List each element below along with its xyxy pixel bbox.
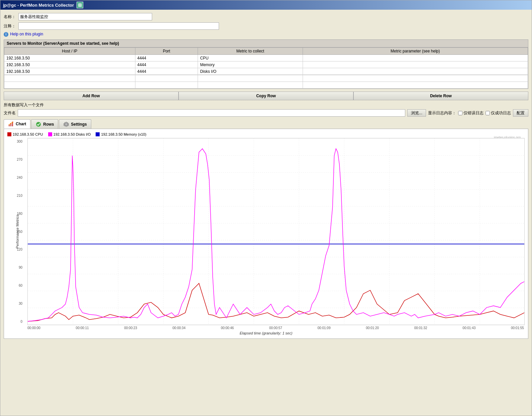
svg-point-5 — [65, 123, 67, 125]
error-log-label[interactable]: 仅错误日志 — [458, 110, 484, 116]
col-metric: Metric to collect — [198, 48, 303, 55]
cell-param[interactable] — [303, 68, 528, 75]
tab-settings-label: Settings — [71, 122, 87, 127]
cell-metric[interactable]: Memory — [198, 61, 303, 68]
x-axis-labels: 00:00:00 00:00:11 00:00:23 00:00:34 00:0… — [27, 326, 524, 330]
chart-area: 192.168.3.50 CPU 192.168.3.50 Disks I/O … — [4, 129, 528, 339]
cell-host[interactable]: 192.168.3.50 — [4, 61, 135, 68]
cell-host[interactable]: 192.168.3.50 — [4, 55, 135, 61]
copy-row-button[interactable]: Copy Row — [179, 92, 353, 100]
title-text: jp@gc - PerfMon Metrics Collector — [3, 3, 74, 8]
cell-param[interactable] — [303, 61, 528, 68]
chart-with-axes: 0 30 60 90 120 150 180 210 240 270 300 P… — [7, 138, 525, 325]
y-labels: 0 30 60 90 120 150 180 210 240 270 300 — [7, 138, 22, 325]
tab-rows-label: Rows — [43, 122, 54, 127]
y-axis-label: Performance Metrics — [15, 212, 19, 252]
chart-svg-container — [27, 138, 525, 325]
y-axis-container: 0 30 60 90 120 150 180 210 240 270 300 P… — [7, 138, 27, 325]
empty-rows-table — [4, 75, 528, 89]
success-log-label[interactable]: 仅成功日志 — [486, 110, 511, 116]
browse-button[interactable]: 浏览... — [407, 109, 426, 117]
comment-label: 注释： — [4, 23, 16, 29]
empty-row — [4, 75, 528, 82]
file-section: 所有数据写入一个文件 文件名 浏览... 显示日志内容： 仅错误日志 仅成功日志… — [4, 102, 528, 117]
table-row[interactable]: 192.168.3.504444Disks I/O — [4, 68, 528, 75]
empty-row — [4, 82, 528, 89]
cell-metric[interactable]: CPU — [198, 55, 303, 61]
legend-disks-color — [48, 132, 52, 136]
title-bar: jp@gc - PerfMon Metrics Collector ⊞ — [0, 0, 532, 10]
chart-legend: 192.168.3.50 CPU 192.168.3.50 Disks I/O … — [7, 132, 525, 136]
content-area: 名称： 注释： i Help on this plugin Servers to… — [0, 10, 532, 342]
cell-port[interactable]: 4444 — [135, 55, 198, 61]
col-host: Host / IP — [4, 48, 135, 55]
tab-settings[interactable]: Settings — [59, 119, 91, 129]
svg-rect-6 — [28, 138, 524, 325]
main-window: jp@gc - PerfMon Metrics Collector ⊞ 名称： … — [0, 0, 532, 416]
legend-cpu-color — [7, 132, 11, 136]
success-log-checkbox[interactable] — [486, 111, 490, 115]
table-container: Host / IP Port Metric to collect Metric … — [4, 47, 528, 89]
chart-icon — [8, 121, 14, 127]
col-param: Metric parameter (see help) — [303, 48, 528, 55]
legend-disks: 192.168.3.50 Disks I/O — [48, 132, 91, 136]
comment-row: 注释： — [4, 22, 528, 30]
table-header-row: Host / IP Port Metric to collect Metric … — [4, 48, 528, 55]
settings-icon — [63, 121, 69, 127]
name-label: 名称： — [4, 14, 16, 20]
tab-rows[interactable]: Rows — [31, 119, 58, 129]
legend-cpu: 192.168.3.50 CPU — [7, 132, 43, 136]
file-name-label: 文件名 — [4, 110, 16, 116]
rows-icon — [35, 121, 41, 127]
help-link[interactable]: Help on this plugin — [10, 32, 43, 36]
table-row[interactable]: 192.168.3.504444Memory — [4, 61, 528, 68]
delete-row-button[interactable]: Delete Row — [353, 92, 528, 100]
cell-param[interactable] — [303, 55, 528, 61]
info-icon: i — [4, 32, 8, 37]
cell-metric[interactable]: Disks I/O — [198, 68, 303, 75]
col-port: Port — [135, 48, 198, 55]
servers-table: Host / IP Port Metric to collect Metric … — [4, 47, 528, 75]
name-row: 名称： — [4, 13, 528, 20]
legend-memory-label: 192.168.3.50 Memory (x10) — [101, 132, 146, 136]
legend-memory-color — [96, 132, 100, 136]
add-row-button[interactable]: Add Row — [4, 92, 179, 100]
tab-chart-label: Chart — [16, 122, 26, 126]
table-row[interactable]: 192.168.3.504444CPU — [4, 55, 528, 61]
svg-point-3 — [36, 122, 41, 127]
config-button[interactable]: 配置 — [513, 109, 528, 117]
legend-disks-label: 192.168.3.50 Disks I/O — [54, 132, 91, 136]
servers-title: Servers to Monitor (ServerAgent must be … — [4, 40, 528, 47]
chart-svg — [28, 138, 524, 325]
name-input[interactable] — [18, 13, 152, 20]
cell-host[interactable]: 192.168.3.50 — [4, 68, 135, 75]
button-row: Add Row Copy Row Delete Row — [4, 92, 528, 100]
servers-section: Servers to Monitor (ServerAgent must be … — [4, 39, 528, 89]
comment-input[interactable] — [18, 22, 219, 30]
all-data-label: 所有数据写入一个文件 — [4, 102, 528, 108]
tab-chart[interactable]: Chart — [4, 119, 30, 129]
help-row: i Help on this plugin — [4, 32, 528, 37]
cell-port[interactable]: 4444 — [135, 68, 198, 75]
file-row: 文件名 浏览... 显示日志内容： 仅错误日志 仅成功日志 配置 — [4, 109, 528, 117]
display-log-label: 显示日志内容： — [428, 110, 456, 116]
legend-memory: 192.168.3.50 Memory (x10) — [96, 132, 146, 136]
add-icon[interactable]: ⊞ — [77, 2, 83, 8]
error-log-checkbox[interactable] — [458, 111, 462, 115]
tabs-row: Chart Rows Settings — [4, 119, 528, 129]
x-axis-title: Elapsed time (granularity: 1 sec) — [7, 331, 525, 335]
file-name-input[interactable] — [18, 109, 405, 117]
legend-cpu-label: 192.168.3.50 CPU — [13, 132, 43, 136]
cell-port[interactable]: 4444 — [135, 61, 198, 68]
